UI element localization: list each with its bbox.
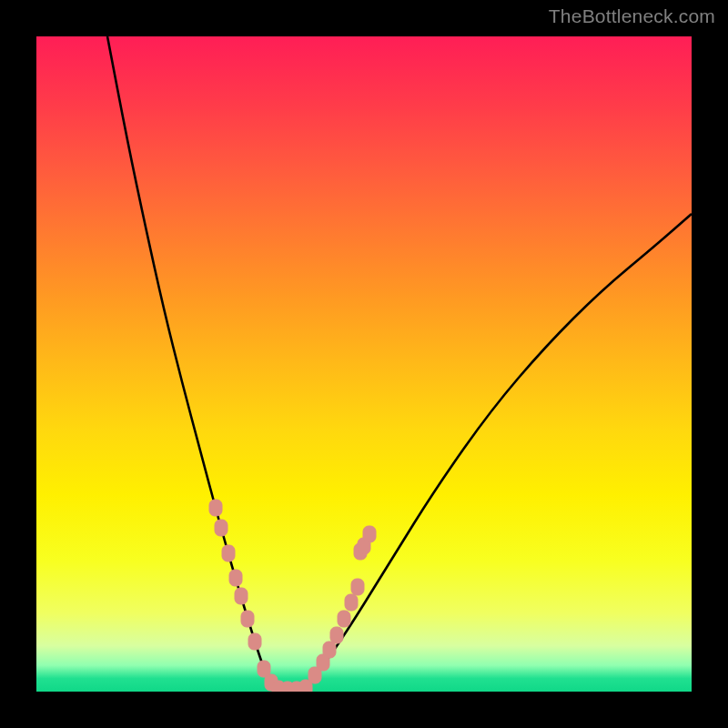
data-marker — [323, 642, 336, 658]
data-marker — [209, 500, 222, 516]
data-marker — [241, 611, 254, 627]
data-marker — [229, 570, 242, 586]
data-marker — [351, 579, 364, 595]
data-marker — [330, 627, 343, 643]
markers-right — [299, 526, 376, 692]
data-marker — [345, 594, 358, 611]
data-marker — [248, 633, 261, 650]
plot-area — [36, 36, 692, 692]
curve-layer — [36, 36, 692, 692]
curve-right — [298, 214, 692, 690]
data-marker — [338, 611, 350, 627]
data-marker — [235, 588, 248, 604]
curve-left — [107, 36, 277, 690]
data-marker — [215, 520, 228, 536]
data-marker — [222, 545, 235, 561]
markers-left — [209, 500, 303, 692]
chart-container: TheBottleneck.com — [0, 0, 728, 728]
watermark-text: TheBottleneck.com — [549, 5, 715, 27]
data-marker — [363, 526, 376, 542]
